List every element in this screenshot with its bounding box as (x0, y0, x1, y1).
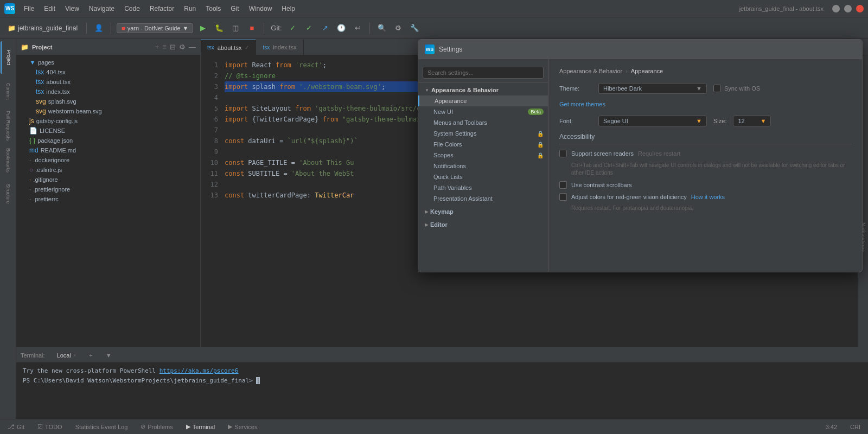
settings-nav-quick-lists[interactable]: Quick Lists (418, 171, 548, 182)
tree-item-prettierrc[interactable]: · .prettierrc (16, 194, 200, 204)
font-dropdown[interactable]: Segoe UI ▼ (598, 116, 707, 126)
line-num: 13 (203, 190, 218, 201)
settings-group-keymap[interactable]: ▶ Keymap (418, 206, 548, 217)
tree-item-eslint[interactable]: ○ .eslintrc.js (16, 165, 200, 175)
sync-with-os[interactable]: Sync with OS (713, 85, 760, 92)
menu-window[interactable]: Window (245, 4, 277, 14)
menu-help[interactable]: Help (277, 4, 299, 14)
tree-item-dockerignore[interactable]: · .dockerignore (16, 155, 200, 165)
breadcrumb-current: Appearance (631, 68, 663, 74)
menu-navigate[interactable]: Navigate (85, 4, 119, 14)
minimize-button[interactable]: ─ (832, 5, 840, 12)
tree-item-gitignore[interactable]: · .gitignore (16, 175, 200, 184)
tree-item-about[interactable]: tsx about.tsx (16, 77, 200, 87)
status-terminal[interactable]: ▶ Terminal (183, 422, 219, 431)
status-statistics[interactable]: Statistics Event Log (72, 423, 131, 431)
sidebar-item-pull-requests[interactable]: Pull Requests (1, 108, 16, 143)
get-more-themes-link[interactable]: Get more themes (559, 101, 605, 107)
tree-item-webstorm[interactable]: svg webstorm-beam.svg (16, 106, 200, 116)
settings-nav-scopes[interactable]: Scopes 🔒 (418, 150, 548, 161)
settings-nav-appearance[interactable]: Appearance (418, 95, 548, 106)
settings-group-editor[interactable]: ▶ Editor (418, 219, 548, 230)
color-blindness-checkbox[interactable] (559, 193, 567, 201)
sync-checkbox[interactable] (713, 85, 721, 92)
settings-nav-file-colors[interactable]: File Colors 🔒 (418, 139, 548, 150)
group-label: Editor (430, 221, 448, 228)
sidebar-item-project[interactable]: Project (1, 41, 16, 74)
menu-file[interactable]: File (20, 4, 39, 14)
status-git[interactable]: ⎇ Git (4, 422, 28, 431)
settings-nav-notifications[interactable]: Notifications (418, 161, 548, 171)
menu-run[interactable]: Run (180, 4, 200, 14)
settings-group-appearance-behavior[interactable]: ▼ Appearance & Behavior (418, 85, 548, 95)
terminal-link[interactable]: https://aka.ms/pscore6 (159, 367, 239, 374)
run-button[interactable]: ▶ (196, 22, 209, 35)
settings-nav-system[interactable]: System Settings 🔒 (418, 128, 548, 139)
toolbox-button[interactable]: 🔧 (408, 22, 421, 35)
file-icon: · (29, 156, 31, 164)
menu-refactor[interactable]: Refactor (145, 4, 178, 14)
terminal-content[interactable]: Try the new cross-platform PowerShell ht… (16, 363, 868, 419)
theme-dropdown[interactable]: Hiberbee Dark ▼ (598, 83, 707, 94)
collapse-button[interactable]: ⊟ (170, 43, 176, 51)
stop-button[interactable]: ■ (245, 22, 258, 35)
tab-index[interactable]: tsx index.tsx (256, 40, 303, 55)
coverage-button[interactable]: ◫ (229, 22, 242, 35)
search-button[interactable]: 🔍 (375, 22, 388, 35)
git-arrow[interactable]: ↗ (318, 22, 331, 35)
tab-close-icon[interactable]: ✓ (245, 44, 249, 50)
menu-edit[interactable]: Edit (40, 4, 60, 14)
git-check2[interactable]: ✓ (302, 22, 315, 35)
settings-nav-presentation[interactable]: Presentation Assistant (418, 193, 548, 204)
settings-nav-path-variables[interactable]: Path Variables (418, 182, 548, 193)
tab-close-icon[interactable]: × (73, 353, 76, 358)
git-check1[interactable]: ✓ (286, 22, 299, 35)
close-panel-button[interactable]: — (189, 43, 196, 51)
terminal-add-button[interactable]: + (84, 349, 98, 361)
git-clock[interactable]: 🕐 (335, 22, 348, 35)
terminal-menu-button[interactable]: ▼ (100, 349, 117, 361)
tree-item-gatsby[interactable]: js gatsby-config.js (16, 116, 200, 126)
tree-item-404[interactable]: tsx 404.tsx (16, 67, 200, 77)
tree-item-index[interactable]: tsx index.tsx (16, 87, 200, 97)
run-config-selector[interactable]: ■ yarn - DotNet Guide ▼ (117, 23, 193, 33)
menu-view[interactable]: View (61, 4, 84, 14)
tree-item-license[interactable]: 📄 LICENSE (16, 126, 200, 136)
tree-item-package[interactable]: { } package.json (16, 136, 200, 145)
settings-nav-menus[interactable]: Menus and Toolbars (418, 117, 548, 128)
debug-button[interactable]: 🐛 (213, 22, 226, 35)
tab-about[interactable]: tsx about.tsx ✓ (201, 40, 256, 55)
tree-item-readme[interactable]: md README.md (16, 145, 200, 155)
contrast-scrollbars-checkbox[interactable] (559, 181, 567, 189)
tree-item-splash[interactable]: svg splash.svg (16, 97, 200, 106)
sidebar-item-structure[interactable]: Structure (1, 178, 16, 210)
file-icon: svg (36, 107, 46, 115)
status-services[interactable]: ▶ Services (225, 422, 260, 431)
git-undo[interactable]: ↩ (351, 22, 364, 35)
problems-icon: ⊘ (141, 423, 145, 430)
config-button[interactable]: ⚙ (179, 43, 186, 51)
settings-button[interactable]: ⚙ (392, 22, 405, 35)
avatar-button[interactable]: 👤 (92, 22, 105, 35)
settings-nav-new-ui[interactable]: New UI Beta (418, 106, 548, 117)
expand-button[interactable]: ≡ (162, 43, 167, 51)
how-it-works-link[interactable]: How it works (691, 194, 725, 200)
settings-search-input[interactable] (423, 67, 544, 79)
status-todo[interactable]: ☑ TODO (34, 422, 66, 431)
terminal-tab-local[interactable]: Local × (52, 349, 82, 361)
menu-git[interactable]: Git (226, 4, 243, 14)
maximize-button[interactable]: □ (844, 5, 852, 12)
close-button[interactable]: × (856, 5, 864, 12)
size-dropdown[interactable]: 12 ▼ (733, 116, 771, 126)
tab-label2: index.tsx (273, 44, 296, 50)
nav-item-label: File Colors (433, 141, 462, 148)
sidebar-item-bookmarks[interactable]: Bookmarks (1, 144, 16, 177)
add-button[interactable]: + (155, 43, 159, 51)
status-problems[interactable]: ⊘ Problems (137, 422, 176, 431)
screen-reader-checkbox[interactable] (559, 150, 567, 157)
menu-code[interactable]: Code (120, 4, 144, 14)
sidebar-item-commit[interactable]: Commit (1, 75, 16, 107)
tree-item-prettierignore[interactable]: · .prettierignore (16, 184, 200, 194)
menu-tools[interactable]: Tools (201, 4, 225, 14)
tree-item-pages[interactable]: ▼ pages (16, 58, 200, 67)
